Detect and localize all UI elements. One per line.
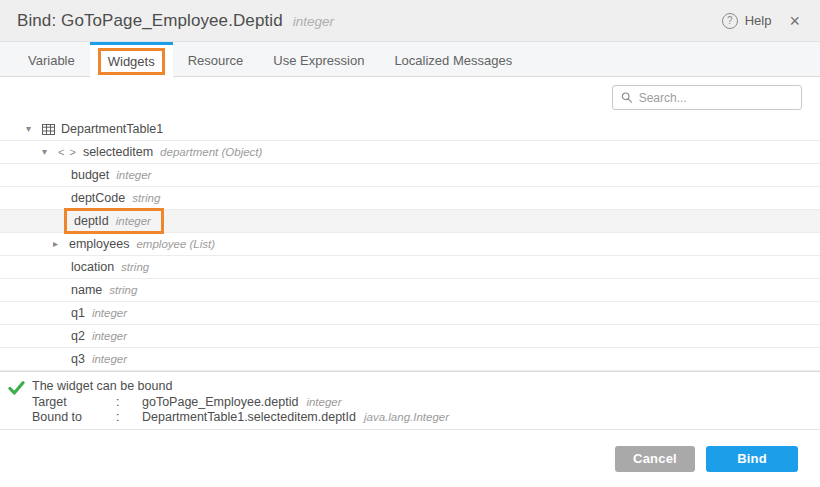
tree-node-type: employee (List) xyxy=(136,238,215,250)
status-boundto-value: DepartmentTable1.selecteditem.deptIdjava… xyxy=(142,410,449,426)
help-button[interactable]: ? Help xyxy=(722,13,772,29)
dialog-title-group: Bind: GoToPage_Employee.Deptid integer xyxy=(17,11,334,31)
tree-node-type: integer xyxy=(116,215,151,227)
tree-node-type: string xyxy=(132,192,160,204)
titlebar-actions: ? Help × xyxy=(722,10,802,32)
status-boundto-label: Bound to xyxy=(32,410,116,426)
tab-localized-messages[interactable]: Localized Messages xyxy=(379,42,527,76)
success-check-icon xyxy=(0,379,32,395)
tree-node-type: department (Object) xyxy=(160,146,262,158)
tab-localized-messages-label: Localized Messages xyxy=(394,53,512,68)
deptid-annotation-box: deptId integer xyxy=(64,208,164,234)
tab-resource-label: Resource xyxy=(188,53,244,68)
tree-node-label: deptId xyxy=(74,214,109,228)
status-target-type: integer xyxy=(306,396,341,408)
tree-node-type: integer xyxy=(92,330,127,342)
tree-node-deptcode[interactable]: deptCode string xyxy=(0,187,820,210)
caret-expanded-icon[interactable]: ▾ xyxy=(42,147,58,157)
dialog-footer: Cancel Bind xyxy=(0,429,820,487)
tab-bar: Variable Widgets Resource Use Expression… xyxy=(0,42,820,77)
tab-use-expression[interactable]: Use Expression xyxy=(258,42,379,76)
tree-node-deptid[interactable]: deptId integer xyxy=(0,210,820,233)
tree-node-label: selecteditem xyxy=(83,145,153,159)
caret-collapsed-icon[interactable]: ▸ xyxy=(53,239,69,249)
tree-node-location[interactable]: location string xyxy=(0,256,820,279)
status-target-value: goToPage_Employee.deptidinteger xyxy=(142,395,449,411)
bind-dialog: Bind: GoToPage_Employee.Deptid integer ?… xyxy=(0,0,820,487)
status-boundto-path: DepartmentTable1.selecteditem.deptId xyxy=(142,410,356,424)
tree-node-q1[interactable]: q1 integer xyxy=(0,302,820,325)
dialog-titlebar: Bind: GoToPage_Employee.Deptid integer ?… xyxy=(0,0,820,42)
status-target-row: Target : goToPage_Employee.deptidinteger xyxy=(32,395,449,411)
caret-expanded-icon[interactable]: ▾ xyxy=(26,124,42,134)
search-icon xyxy=(621,91,633,104)
close-icon[interactable]: × xyxy=(787,10,802,32)
tree-node-type: string xyxy=(109,284,137,296)
tree-node-label: q1 xyxy=(71,306,85,320)
search-box[interactable] xyxy=(612,85,802,110)
tree-node-type: integer xyxy=(92,307,127,319)
tree-node-label: DepartmentTable1 xyxy=(61,122,163,136)
status-target-label: Target xyxy=(32,395,116,411)
tree-node-q3[interactable]: q3 integer xyxy=(0,348,820,371)
tree-node-departmenttable1[interactable]: ▾ DepartmentTable1 xyxy=(0,118,820,141)
tree-node-label: deptCode xyxy=(71,191,125,205)
tree-node-label: q3 xyxy=(71,352,85,366)
bind-button[interactable]: Bind xyxy=(706,446,798,472)
tree-node-selecteditem[interactable]: ▾ < > selecteditem department (Object) xyxy=(0,141,820,164)
status-boundto-row: Bound to : DepartmentTable1.selecteditem… xyxy=(32,410,449,426)
tree-node-label: location xyxy=(71,260,114,274)
tree-node-type: integer xyxy=(116,169,151,181)
tree-node-budget[interactable]: budget integer xyxy=(0,164,820,187)
help-label: Help xyxy=(745,13,772,28)
tree-node-name[interactable]: name string xyxy=(0,279,820,302)
tab-widgets-label: Widgets xyxy=(98,48,165,75)
tree-node-label: q2 xyxy=(71,329,85,343)
status-lines: The widget can be bound Target : goToPag… xyxy=(32,379,449,426)
tree-node-q2[interactable]: q2 integer xyxy=(0,325,820,348)
object-icon: < > xyxy=(58,146,77,158)
dialog-title: Bind: GoToPage_Employee.Deptid xyxy=(17,11,283,31)
search-row xyxy=(0,77,820,118)
dialog-title-type: integer xyxy=(293,14,334,29)
tab-resource[interactable]: Resource xyxy=(173,42,259,76)
tree-node-type: integer xyxy=(92,353,127,365)
tree-node-type: string xyxy=(121,261,149,273)
help-icon: ? xyxy=(722,13,738,29)
status-message: The widget can be bound xyxy=(32,379,449,395)
tab-variable-label: Variable xyxy=(28,53,75,68)
bind-status: The widget can be bound Target : goToPag… xyxy=(0,371,820,429)
status-separator: : xyxy=(116,410,142,426)
cancel-button[interactable]: Cancel xyxy=(615,446,695,472)
status-target-path: goToPage_Employee.deptid xyxy=(142,395,298,409)
status-boundto-type: java.lang.Integer xyxy=(364,411,449,423)
tree-node-label: budget xyxy=(71,168,109,182)
table-icon xyxy=(42,124,55,135)
tab-use-expression-label: Use Expression xyxy=(273,53,364,68)
tree-node-label: name xyxy=(71,283,102,297)
tab-variable[interactable]: Variable xyxy=(13,42,90,76)
tree-node-employees[interactable]: ▸ employees employee (List) xyxy=(0,233,820,256)
status-separator: : xyxy=(116,395,142,411)
tab-widgets[interactable]: Widgets xyxy=(90,42,173,77)
search-input[interactable] xyxy=(639,91,793,105)
widget-tree: ▾ DepartmentTable1 ▾ < > selecteditem de… xyxy=(0,118,820,371)
tree-node-label: employees xyxy=(69,237,129,251)
